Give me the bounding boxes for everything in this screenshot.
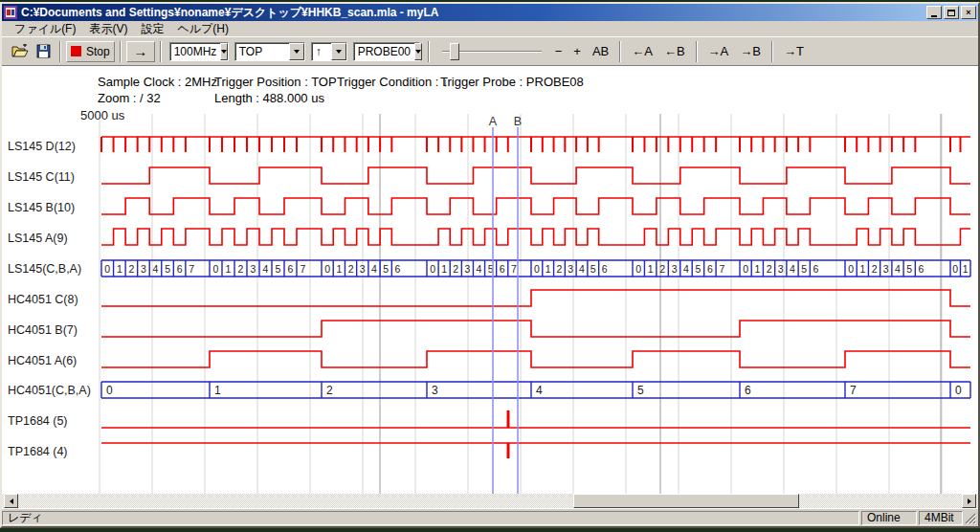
bus-value: 5 [165,263,170,275]
bus-value: 6 [288,263,294,275]
row-label: TP1684 (5) [8,414,68,428]
bus-value: 2 [128,263,134,275]
goto-trigger-button[interactable]: →T [778,41,810,62]
open-file-button[interactable] [8,41,33,62]
bus-value: 5 [637,384,644,397]
slider-thumb[interactable] [450,43,459,60]
bus-value: 4 [683,263,689,275]
trigger-position-combobox[interactable]: TOP [234,42,305,61]
waveform-client-area: Sample Clock : 2MHz Trigger Position : T… [2,65,978,494]
close-icon: × [966,9,970,17]
row-label: LS145(C,B,A) [8,262,81,276]
row-label: HC4051 A(6) [8,354,77,367]
trigger-probe-combobox[interactable]: PROBE00 [353,42,420,61]
capture-info-line-1: Sample Clock : 2MHz Trigger Position : T… [2,75,978,89]
stop-button[interactable]: Stop [66,41,115,62]
close-button[interactable]: × [961,6,976,19]
menu-help[interactable]: ヘルプ(H) [170,20,235,38]
bus-value: 4 [895,263,901,275]
timebase-label: 5000 us [80,108,125,122]
bus-value: 6 [177,263,183,275]
toolbar-separator [120,41,122,62]
bus-value: 3 [464,263,470,275]
dropdown-arrow-icon[interactable] [331,43,346,60]
goto-cursor-b-right-button[interactable]: →B [734,41,767,62]
bus-value: 4 [536,384,543,397]
bus-value: 1 [648,263,654,275]
trigger-edge-combobox[interactable]: ↑ [311,42,347,61]
window-title: C:¥Documents and Settings¥noname¥デスクトップ¥… [21,5,924,21]
zoom-out-button[interactable]: − [549,41,568,62]
row-label: HC4051 B(7) [8,323,78,337]
run-arrow-icon: → [133,43,147,59]
dropdown-arrow-icon[interactable] [414,43,422,60]
bus-value: 1 [214,384,221,397]
bus-value: 0 [104,263,110,275]
bus-value: 4 [790,263,795,275]
scroll-right-button[interactable] [962,494,976,508]
resize-grip-icon[interactable] [964,512,976,524]
maximize-button[interactable] [944,6,959,19]
bus-value: 7 [511,263,517,275]
run-button[interactable]: → [126,41,155,62]
title-bar[interactable]: C:¥Documents and Settings¥noname¥デスクトップ¥… [2,4,978,21]
bus-value: 2 [453,263,458,275]
bus-value: 1 [754,263,760,275]
horizontal-scrollbar[interactable] [2,494,978,508]
bus-value: 2 [659,263,665,275]
bus-value: 2 [557,263,563,275]
triangle-down-icon [221,50,227,54]
bus-value: 3 [432,384,438,397]
bus-value: 4 [371,263,377,275]
signal-waveform [101,290,970,306]
waveform-plot[interactable]: 5000 usLS145 D(12)LS145 C(11)LS145 B(10)… [2,108,978,494]
length-info: Length : 488.000 us [214,91,324,105]
menu-bar: ファイル(F) 表示(V) 設定 ヘルプ(H) [2,21,978,36]
bus-value: 6 [707,263,713,275]
app-icon [4,6,17,19]
minimize-button[interactable] [926,6,942,19]
scrollbar-thumb[interactable] [573,494,799,508]
scroll-left-button[interactable] [4,494,18,508]
save-file-button[interactable] [33,41,55,62]
floppy-disk-icon [36,44,51,58]
bus-value: 0 [743,263,748,275]
sample-clock-combobox[interactable]: 100MHz [169,42,229,61]
goto-cursor-a-left-button[interactable]: ←A [626,41,658,62]
menu-settings[interactable]: 設定 [134,20,170,38]
stop-icon [71,46,81,56]
toolbar: Stop → 100MHz TOP ↑ PROBE00 [2,36,978,65]
signal-waveform [101,351,970,367]
bus-value: 1 [963,263,969,275]
toolbar-separator [59,41,61,62]
bus-value: 3 [672,263,678,275]
dropdown-arrow-icon[interactable] [220,43,228,60]
bus-value: 1 [226,263,232,275]
dropdown-arrow-icon[interactable] [289,43,304,60]
row-label: LS145 D(12) [8,140,76,153]
toolbar-separator [771,41,773,62]
zoom-in-button[interactable]: + [568,41,587,62]
goto-cursor-a-right-button[interactable]: →A [702,41,735,62]
menu-file[interactable]: ファイル(F) [8,20,82,38]
trigger-condition-info: Trigger Condition : ↓ [337,75,449,89]
toolbar-separator [619,41,621,62]
bus-value: 5 [383,263,389,275]
sample-clock-info: Sample Clock : 2MHz [98,75,217,89]
bus-value: 3 [360,263,366,275]
menu-view[interactable]: 表示(V) [82,20,134,38]
bus-value: 5 [276,263,281,275]
ab-button[interactable]: AB [587,41,614,62]
bus-value: 4 [263,263,269,275]
bus-value: 2 [872,263,878,275]
trigger-edge-value: ↑ [312,45,331,58]
trigger-probe-value: PROBE00 [354,45,414,58]
bus-value: 5 [696,263,702,275]
status-ready-panel: レディ [2,511,859,525]
status-online-panel: Online [861,511,917,525]
zoom-slider[interactable] [438,41,546,62]
triangle-down-icon [336,50,342,54]
goto-cursor-b-left-button[interactable]: ←B [658,41,691,62]
maximize-icon [947,10,955,16]
bus-value: 4 [579,263,585,275]
